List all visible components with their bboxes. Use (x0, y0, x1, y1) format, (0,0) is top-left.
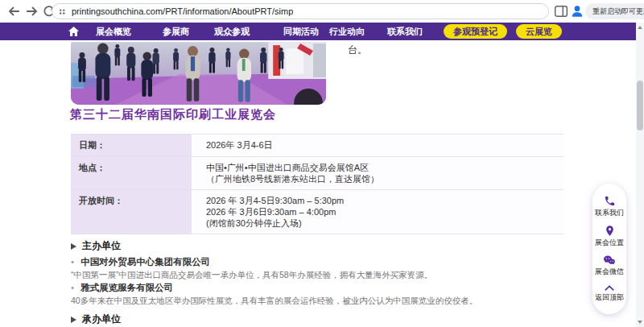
triangle-icon (71, 243, 76, 250)
browser-toolbar: printingsouthchina.com/PRT/information/A… (0, 0, 644, 23)
bullet-icon: • (71, 283, 74, 292)
organizer-company-2-desc: 40多年来在中国及亚太地区举办国际性展览，具有丰富的展会运作经验，被业内公认为中… (71, 296, 477, 307)
section-header-label: 承办单位 (82, 313, 121, 326)
home-icon[interactable] (68, 26, 80, 37)
value-line: 2026 年 3月4-5日9:30am – 5:30pm (206, 195, 564, 206)
row-value: 2026 年 3月4-5日9:30am – 5:30pm 2026 年 3月6日… (192, 190, 564, 234)
sidebar-item-contact[interactable]: 联系我们 (595, 195, 624, 218)
phone-icon (604, 195, 616, 207)
site-grid-icon (59, 8, 66, 15)
vertical-scrollbar[interactable] (636, 23, 644, 327)
company-name: 中国对外贸易中心集团有限公司 (80, 257, 210, 267)
sidebar-item-wechat[interactable]: 展会微信 (595, 255, 624, 277)
wechat-icon (603, 255, 616, 266)
restart-to-update-button[interactable]: 重新启动即可更新 (585, 3, 644, 19)
row-label: 开放时间： (71, 190, 192, 234)
main-nav: 展会概览 参展商 观众参观 同期活动 行业动向 联系我们 参观预登记 云展览 (0, 23, 636, 40)
sidebar-item-location[interactable]: 展会位置 (595, 225, 624, 248)
section-header-label: 主办单位 (82, 239, 121, 253)
table-row-location: 地点： 中国•广州•中国进出口商品交易会展馆A区 （广州地铁8号线新港东站出口，… (71, 157, 564, 190)
value-line: 2026 年 3月6日9:30am – 4:00pm (206, 206, 564, 217)
update-button-label: 重新启动即可更新 (592, 6, 644, 17)
table-row-date: 日期： 2026年 3月4-6日 (71, 135, 564, 157)
nav-item-visitors[interactable]: 观众参观 (214, 23, 250, 40)
scroll-down-arrow-icon[interactable] (638, 321, 642, 324)
forward-icon[interactable] (25, 4, 39, 19)
nav-item-industry[interactable]: 行业动向 (329, 23, 365, 40)
table-row-opening-hours: 开放时间： 2026 年 3月4-5日9:30am – 5:30pm 2026 … (71, 190, 564, 234)
scroll-up-arrow-icon[interactable] (638, 26, 642, 29)
sidebar-item-label: 联系我们 (595, 208, 624, 218)
triangle-icon (71, 317, 76, 323)
chevron-up-icon (604, 284, 615, 292)
organizer-company-1-desc: “中国第一展”中国进出口商品交易会唯一承办单位，具有58年办展经验，拥有大量海外… (71, 270, 432, 281)
nav-item-exhibitors[interactable]: 参展商 (163, 23, 189, 40)
row-label: 地点： (71, 157, 192, 189)
page-title: 第三十二届华南国际印刷工业展览会 (70, 107, 276, 122)
sidebar-item-label: 展会微信 (595, 267, 624, 277)
bullet-icon: • (71, 257, 74, 267)
nav-item-events[interactable]: 同期活动 (283, 23, 319, 40)
value-line: 2026年 3月4-6日 (206, 139, 564, 151)
row-value: 2026年 3月4-6日 (192, 135, 564, 156)
cloud-expo-button[interactable]: 云展览 (516, 24, 562, 39)
organizer-company-1: • 中国对外贸易中心集团有限公司 (71, 256, 210, 268)
url-bar[interactable]: printingsouthchina.com/PRT/information/A… (52, 3, 549, 19)
exhibition-crowd-photo (71, 42, 326, 105)
nav-item-contact[interactable]: 联系我们 (387, 23, 423, 40)
side-panel-icon[interactable] (554, 4, 568, 19)
nav-item-overview[interactable]: 展会概览 (96, 23, 131, 40)
sidebar-item-label: 返回顶部 (595, 292, 624, 303)
value-line: (闭馆前30分钟停止入场) (206, 217, 564, 229)
wrapped-text-fragment: 台。 (348, 43, 367, 57)
floating-action-bar: 联系我们 展会位置 展会微信 返回顶部 (592, 184, 626, 314)
sidebar-item-back-to-top[interactable]: 返回顶部 (595, 284, 624, 303)
location-pin-icon (604, 225, 616, 237)
url-text[interactable]: printingsouthchina.com/PRT/information/A… (72, 6, 293, 16)
pre-register-button[interactable]: 参观预登记 (444, 24, 507, 39)
profile-icon[interactable] (570, 4, 584, 19)
section-header-co-organizer: 承办单位 (71, 313, 121, 326)
crowd-illustration (71, 42, 326, 105)
scrollbar-thumb[interactable] (637, 81, 643, 130)
sidebar-item-label: 展会位置 (595, 238, 624, 248)
exhibition-info-table: 日期： 2026年 3月4-6日 地点： 中国•广州•中国进出口商品交易会展馆A… (71, 134, 564, 234)
row-label: 日期： (71, 135, 192, 156)
back-icon[interactable] (6, 4, 21, 19)
organizer-company-2: • 雅式展览服务有限公司 (71, 282, 173, 294)
browser-window: printingsouthchina.com/PRT/information/A… (0, 0, 644, 327)
value-line: 中国•广州•中国进出口商品交易会展馆A区 (206, 162, 564, 173)
company-name: 雅式展览服务有限公司 (80, 283, 173, 292)
value-line: （广州地铁8号线新港东站出口，直达展馆） (206, 173, 564, 184)
row-value: 中国•广州•中国进出口商品交易会展馆A区 （广州地铁8号线新港东站出口，直达展馆… (192, 157, 564, 189)
section-header-organizer: 主办单位 (71, 239, 121, 253)
